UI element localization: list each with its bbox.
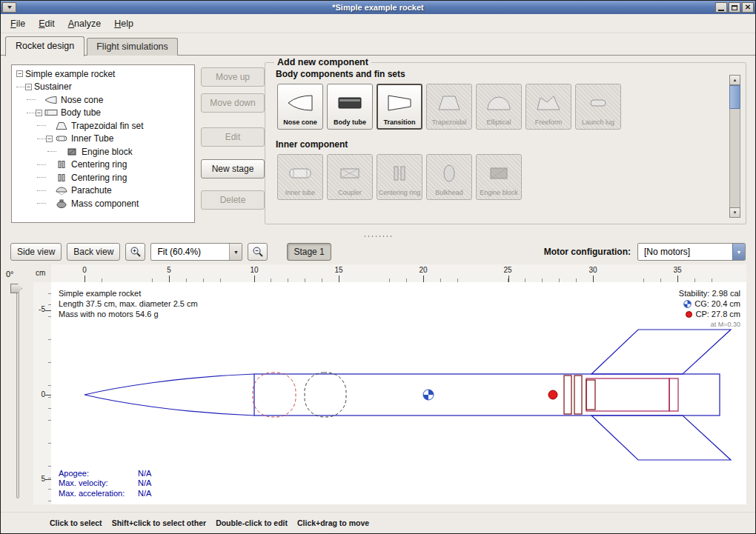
scroll-down-button[interactable]: ▼ xyxy=(729,207,740,218)
collapse-icon[interactable]: − xyxy=(36,110,42,116)
nose-cone-shape[interactable] xyxy=(84,374,254,415)
tree-item-centering-ring-1[interactable]: Centering ring xyxy=(13,158,193,172)
fin-upper-shape[interactable] xyxy=(591,330,731,374)
rotation-slider[interactable] xyxy=(16,285,19,498)
component-button-centering-ring[interactable]: Centering ring xyxy=(377,154,422,200)
component-button-nose-cone[interactable]: Nose cone xyxy=(277,84,323,130)
tree-item-parachute[interactable]: Parachute xyxy=(13,184,193,198)
zoom-select[interactable]: Fit (60.4%) ▼ xyxy=(150,243,242,261)
titlebar[interactable]: *Simple example rocket ✕ xyxy=(1,1,755,14)
app-window: *Simple example rocket ✕ File Edit Analy… xyxy=(0,0,756,534)
menu-help[interactable]: Help xyxy=(107,16,140,32)
rotation-value: 0° xyxy=(6,270,14,278)
palette-scrollbar[interactable]: ▲ ▼ xyxy=(729,75,740,218)
move-down-button[interactable]: Move down xyxy=(201,93,265,113)
mass-component-shape[interactable] xyxy=(305,373,346,417)
horizontal-ruler: 0 5 10 15 20 25 30 35 xyxy=(51,264,746,282)
stage-1-toggle[interactable]: Stage 1 xyxy=(287,243,331,261)
tree-item-sustainer[interactable]: − Sustainer xyxy=(13,81,193,94)
component-button-elliptical[interactable]: Elliptical xyxy=(476,84,522,130)
edit-button[interactable]: Edit xyxy=(201,127,265,147)
rocket-canvas[interactable]: Simple example rocket Length 37.5 cm, ma… xyxy=(51,282,746,504)
panel-splitter[interactable] xyxy=(1,233,755,239)
scrollbar-thumb[interactable] xyxy=(729,85,740,109)
tree-item-body-tube[interactable]: − Body tube xyxy=(13,107,193,120)
max-velocity-label: Max. velocity: xyxy=(59,478,138,489)
window-menu-button[interactable] xyxy=(2,2,16,13)
component-button-bulkhead[interactable]: Bulkhead xyxy=(426,154,472,200)
tree-item-mass-component[interactable]: Mass component xyxy=(13,197,193,210)
tree-item-label: Sustainer xyxy=(34,81,72,92)
launch-lug-icon xyxy=(583,87,613,119)
tree-item-rocket[interactable]: − Simple example rocket xyxy=(13,67,193,81)
cg-marker xyxy=(423,390,434,400)
add-component-panel: Add new component Body components and fi… xyxy=(265,57,746,224)
tab-flight-simulations[interactable]: Flight simulations xyxy=(87,38,178,56)
component-tree[interactable]: − Simple example rocket − Sustainer Nose… xyxy=(11,64,195,223)
rocket-view: 0° cm 0 5 10 15 20 25 30 35 -5 0 5 xyxy=(1,264,755,512)
hint-click-drag: Click+drag to move xyxy=(297,518,369,527)
body-tube-icon xyxy=(44,108,58,117)
menu-file[interactable]: File xyxy=(4,16,32,32)
bulkhead-icon xyxy=(434,157,464,190)
palette-title: Add new component xyxy=(274,57,371,67)
hint-shift-click: Shift+click to select other xyxy=(112,518,207,527)
tree-item-fin-set[interactable]: Trapezoidal fin set xyxy=(13,119,193,133)
tree-item-label: Trapezoidal fin set xyxy=(71,121,144,131)
tree-item-nose-cone[interactable]: Nose cone xyxy=(13,93,193,107)
centering-ring-icon xyxy=(55,160,68,169)
side-view-button[interactable]: Side view xyxy=(10,243,62,261)
parachute-shape[interactable] xyxy=(253,373,296,417)
apogee-label: Apogee: xyxy=(59,469,138,479)
collapse-icon[interactable]: − xyxy=(16,70,23,77)
scroll-up-button[interactable]: ▲ xyxy=(729,75,740,85)
rotation-slider-handle[interactable] xyxy=(10,284,22,293)
move-up-button[interactable]: Move up xyxy=(201,67,265,87)
motor-configuration-select[interactable]: [No motors] ▼ xyxy=(637,243,746,261)
fin-set-icon xyxy=(55,121,68,130)
nose-cone-icon xyxy=(44,96,58,104)
component-button-transition[interactable]: Transition xyxy=(377,84,422,130)
component-button-launch-lug[interactable]: Launch lug xyxy=(575,84,621,130)
collapse-icon[interactable]: − xyxy=(25,84,32,90)
zoom-in-button[interactable] xyxy=(125,243,145,261)
tree-item-centering-ring-2[interactable]: Centering ring xyxy=(13,171,193,184)
component-button-body-tube[interactable]: Body tube xyxy=(327,84,373,130)
fin-lower-shape[interactable] xyxy=(591,415,731,460)
tab-bar: Rocket design Flight simulations xyxy=(1,33,755,56)
tree-item-label: Nose cone xyxy=(61,95,103,105)
centering-ring-1-shape[interactable] xyxy=(564,376,571,414)
scroll-up-icon: ▲ xyxy=(733,78,737,82)
inner-tube-end-shape[interactable] xyxy=(669,378,678,411)
nose-cone-icon xyxy=(285,87,315,119)
chevron-down-icon: ▼ xyxy=(229,244,242,260)
component-button-inner-tube[interactable]: Inner tube xyxy=(277,154,323,200)
menu-analyze[interactable]: Analyze xyxy=(62,16,107,32)
delete-button[interactable]: Delete xyxy=(201,190,265,210)
component-button-coupler[interactable]: Coupler xyxy=(327,154,373,200)
menu-edit[interactable]: Edit xyxy=(32,16,62,32)
tree-item-label: Centering ring xyxy=(71,173,127,183)
zoom-out-button[interactable] xyxy=(248,243,268,261)
inner-tube-shape[interactable] xyxy=(586,378,669,411)
motor-configuration-value: [No motors] xyxy=(638,247,732,257)
engine-block-shape[interactable] xyxy=(586,380,595,410)
tree-item-engine-block[interactable]: Engine block xyxy=(13,145,193,158)
body-tube-shape[interactable] xyxy=(254,374,720,415)
component-button-freeform[interactable]: Freeform xyxy=(525,84,571,130)
collapse-icon[interactable]: − xyxy=(46,136,53,142)
component-button-trapezoidal[interactable]: Trapezoidal xyxy=(426,84,472,130)
zoom-value: Fit (60.4%) xyxy=(151,247,229,257)
centering-ring-2-shape[interactable] xyxy=(574,376,582,414)
component-button-engine-block[interactable]: Engine block xyxy=(476,154,522,200)
body-components-section-label: Body components and fin sets xyxy=(276,69,738,79)
tree-item-inner-tube[interactable]: − Inner Tube xyxy=(13,133,193,146)
maximize-button[interactable] xyxy=(729,2,740,13)
cg-value: CG: 20.4 cm xyxy=(694,298,740,309)
back-view-button[interactable]: Back view xyxy=(67,243,120,261)
tab-rocket-design[interactable]: Rocket design xyxy=(5,36,84,56)
rocket-name: Simple example rocket xyxy=(59,288,198,298)
new-stage-button[interactable]: New stage xyxy=(201,159,265,178)
minimize-button[interactable] xyxy=(715,2,727,13)
close-button[interactable]: ✕ xyxy=(742,2,754,13)
